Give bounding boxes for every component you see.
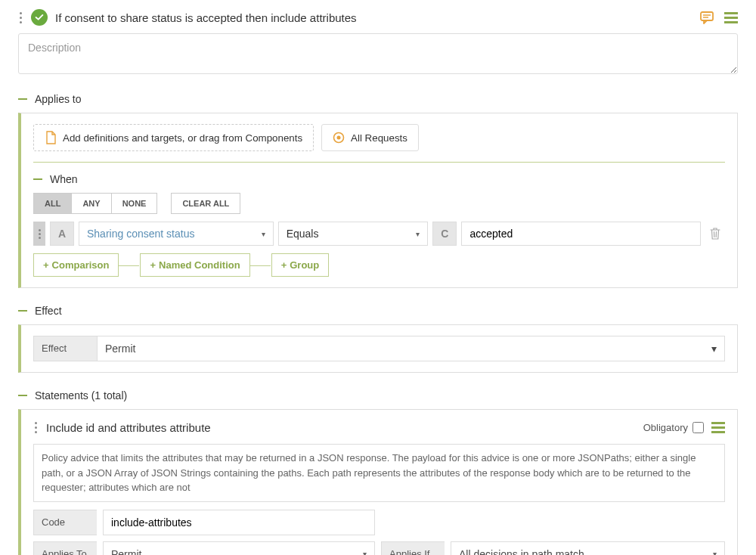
applies-to-label: Applies to <box>35 93 81 105</box>
operator-value: Equals <box>287 228 319 240</box>
effect-section: Effect Effect Permit ▾ <box>18 305 738 373</box>
condition-drag-handle[interactable] <box>33 222 45 246</box>
condition-row: A Sharing consent status ▾ Equals ▾ C <box>33 222 725 246</box>
svg-rect-0 <box>701 12 713 20</box>
rule-title: If consent to share status is accepted t… <box>55 11 691 24</box>
applies-to-value: Permit <box>111 548 141 556</box>
collapse-icon[interactable] <box>18 98 27 100</box>
constant-badge: C <box>432 222 457 246</box>
all-requests-label: All Requests <box>351 132 407 144</box>
description-textarea[interactable] <box>18 33 738 74</box>
target-icon <box>333 132 345 144</box>
applies-if-select[interactable]: All decisions in path match ▾ <box>451 541 725 556</box>
divider <box>33 162 725 163</box>
obligatory-checkbox[interactable] <box>692 422 704 433</box>
add-comparison-button[interactable]: +Comparison <box>33 253 119 277</box>
applies-to-select[interactable]: Permit ▾ <box>103 541 375 556</box>
collapse-icon[interactable] <box>33 178 42 180</box>
value-input[interactable] <box>461 222 701 246</box>
attribute-badge: A <box>50 222 74 246</box>
when-label: When <box>50 173 78 185</box>
effect-field-label: Effect <box>33 336 97 361</box>
logic-none-button[interactable]: NONE <box>112 194 157 213</box>
applies-to-card: Add definitions and targets, or drag fro… <box>18 113 738 288</box>
add-group-button[interactable]: +Group <box>271 253 330 277</box>
attribute-value: Sharing consent status <box>87 228 194 240</box>
caret-icon: ▾ <box>711 343 717 355</box>
applies-if-label: Applies If <box>381 541 445 556</box>
add-named-condition-label: Named Condition <box>159 259 240 271</box>
clear-all-button[interactable]: CLEAR ALL <box>171 193 240 214</box>
statement-header: Include id and attributes attribute Obli… <box>33 420 725 435</box>
add-group-label: Group <box>290 259 319 271</box>
effect-header: Effect <box>18 305 738 317</box>
all-requests-button[interactable]: All Requests <box>321 124 419 151</box>
applies-to-section: Applies to Add definitions and targets, … <box>18 93 738 288</box>
add-definitions-label: Add definitions and targets, or drag fro… <box>63 132 302 144</box>
caret-icon: ▾ <box>713 550 717 555</box>
statements-section: Statements (1 total) Include id and attr… <box>18 389 738 555</box>
statements-label: Statements (1 total) <box>35 389 127 402</box>
effect-card: Effect Permit ▾ <box>18 324 738 373</box>
when-header: When <box>33 173 725 185</box>
caret-icon: ▾ <box>416 230 420 238</box>
add-definitions-button[interactable]: Add definitions and targets, or drag fro… <box>33 124 314 151</box>
statement-description: Policy advice that limits the attributes… <box>33 444 725 502</box>
code-row: Code <box>33 510 725 535</box>
check-badge-icon <box>31 9 48 26</box>
logic-any-button[interactable]: ANY <box>72 194 111 213</box>
logic-group: ALL ANY NONE <box>33 193 157 214</box>
plus-icon: + <box>150 259 156 271</box>
comment-icon[interactable] <box>699 9 715 26</box>
rule-header: If consent to share status is accepted t… <box>18 9 738 26</box>
effect-label: Effect <box>35 305 62 317</box>
logic-all-button[interactable]: ALL <box>34 194 72 213</box>
collapse-icon[interactable] <box>18 310 27 312</box>
attribute-select[interactable]: Sharing consent status ▾ <box>79 222 274 246</box>
delete-condition-button[interactable] <box>705 222 725 246</box>
menu-icon[interactable] <box>711 422 725 433</box>
applies-to-header: Applies to <box>18 93 738 105</box>
plus-icon: + <box>281 259 287 271</box>
logic-row: ALL ANY NONE CLEAR ALL <box>33 193 725 214</box>
plus-icon: + <box>43 259 49 271</box>
header-actions <box>699 9 738 26</box>
statements-header: Statements (1 total) <box>18 389 738 402</box>
add-named-condition-button[interactable]: +Named Condition <box>140 253 249 277</box>
caret-icon: ▾ <box>363 550 367 555</box>
add-comparison-label: Comparison <box>52 259 110 271</box>
trash-icon <box>710 228 720 240</box>
statement-title: Include id and attributes attribute <box>46 421 636 434</box>
caret-icon: ▾ <box>262 230 265 238</box>
applies-to-field-label: Applies To <box>33 541 97 556</box>
effect-value: Permit <box>105 343 135 355</box>
effect-select[interactable]: Permit ▾ <box>97 336 725 361</box>
targets-row: Add definitions and targets, or drag fro… <box>33 124 725 151</box>
code-input[interactable] <box>103 510 375 535</box>
menu-icon[interactable] <box>724 12 738 23</box>
drag-handle[interactable] <box>33 420 39 435</box>
statement-card: Include id and attributes attribute Obli… <box>18 409 738 555</box>
svg-point-4 <box>337 136 341 140</box>
applies-row: Applies To Permit ▾ Applies If All decis… <box>33 541 725 556</box>
effect-row: Effect Permit ▾ <box>33 336 725 361</box>
document-icon <box>45 131 57 144</box>
collapse-icon[interactable] <box>18 395 27 396</box>
obligatory-label: Obligatory <box>643 422 688 433</box>
add-buttons-row: +Comparison +Named Condition +Group <box>33 253 725 277</box>
operator-select[interactable]: Equals ▾ <box>278 222 429 246</box>
applies-if-value: All decisions in path match <box>459 548 584 556</box>
code-label: Code <box>33 510 97 535</box>
obligatory-toggle[interactable]: Obligatory <box>643 422 704 433</box>
drag-handle[interactable] <box>18 11 23 25</box>
